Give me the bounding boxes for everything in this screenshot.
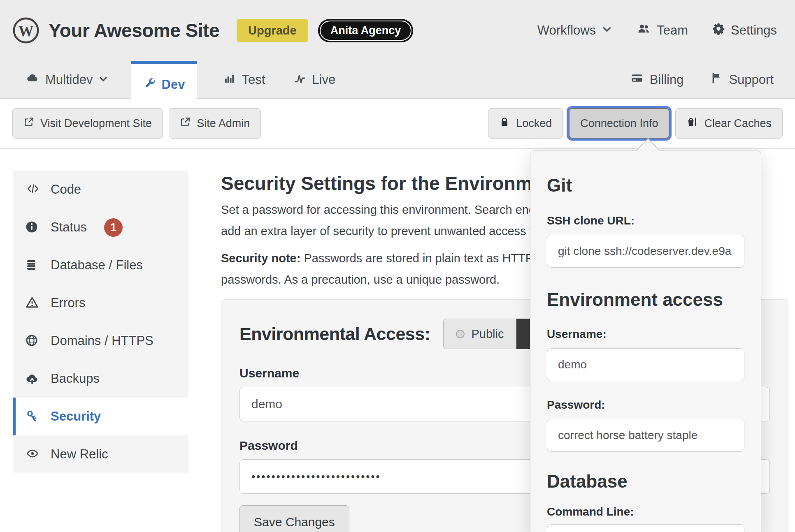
settings-link[interactable]: Settings	[712, 22, 777, 39]
database-icon	[25, 258, 39, 272]
billing-label: Billing	[650, 72, 684, 87]
environment-tab-bar: Multidev Dev Test Live	[0, 61, 795, 99]
clear-caches-button[interactable]: Clear Caches	[675, 108, 783, 139]
visit-development-site-button[interactable]: Visit Development Site	[12, 108, 163, 139]
sidebar-item-label: Security	[51, 409, 101, 424]
test-bars-icon	[223, 72, 236, 88]
clear-caches-label: Clear Caches	[704, 117, 772, 130]
sidebar-item-label: Database / Files	[51, 258, 143, 273]
eye-icon	[25, 447, 39, 461]
environmental-access-heading: Environmental Access:	[239, 324, 430, 344]
ssh-clone-url-field[interactable]	[547, 235, 744, 268]
gear-icon	[712, 22, 725, 39]
wrench-icon	[144, 77, 156, 93]
status-count-badge: 1	[104, 218, 123, 237]
sidebar-item-status[interactable]: Status 1	[13, 208, 188, 246]
connection-info-popover: Git SSH clone URL: Environment access Us…	[530, 150, 761, 532]
security-note-bold: Security note:	[221, 252, 300, 265]
workflows-label: Workflows	[537, 23, 596, 38]
site-title: Your Awesome Site	[49, 19, 219, 42]
org-badge[interactable]: Anita Agency	[318, 19, 414, 42]
access-toggle-public[interactable]: Public	[443, 319, 516, 349]
popover-username-label: Username:	[547, 328, 744, 341]
sidebar-item-label: Status	[51, 220, 87, 235]
workflows-menu[interactable]: Workflows	[537, 23, 612, 38]
clear-caches-icon	[686, 116, 698, 131]
environment-access-heading: Environment access	[547, 289, 744, 310]
key-icon	[25, 409, 39, 423]
lock-icon	[499, 117, 510, 130]
team-icon	[636, 22, 651, 39]
connection-info-button[interactable]: Connection Info	[569, 108, 669, 139]
popover-password-label: Password:	[547, 398, 744, 412]
tab-test[interactable]: Test	[223, 72, 265, 88]
external-link-icon	[180, 117, 191, 130]
tab-test-label: Test	[242, 72, 265, 87]
sidebar-item-label: Errors	[51, 296, 85, 310]
sidebar-item-label: New Relic	[51, 447, 108, 462]
settings-label: Settings	[731, 23, 777, 38]
access-toggle-public-label: Public	[471, 327, 504, 341]
support-link[interactable]: Support	[711, 72, 774, 88]
globe-icon	[25, 334, 39, 348]
site-admin-label: Site Admin	[197, 117, 250, 130]
command-line-label: Command Line:	[547, 505, 744, 518]
tab-dev[interactable]: Dev	[131, 61, 197, 106]
billing-link[interactable]: Billing	[630, 72, 684, 88]
sidebar-item-database-files[interactable]: Database / Files	[13, 246, 188, 284]
support-flag-icon	[711, 72, 723, 88]
site-header: W Your Awesome Site Upgrade Anita Agency…	[0, 0, 795, 61]
save-changes-button[interactable]: Save Changes	[239, 505, 349, 532]
sidebar-item-errors[interactable]: Errors	[13, 284, 188, 322]
support-label: Support	[729, 72, 774, 87]
external-link-icon	[23, 117, 34, 130]
site-admin-button[interactable]: Site Admin	[169, 108, 261, 139]
popover-username-field[interactable]	[547, 348, 744, 381]
info-icon	[25, 220, 39, 234]
locked-button[interactable]: Locked	[488, 108, 563, 139]
sidebar-item-backups[interactable]: Backups	[13, 360, 188, 398]
command-line-field[interactable]	[547, 524, 744, 532]
environment-sidebar: Code Status 1 Database / Files	[13, 171, 188, 473]
backup-cloud-icon	[25, 372, 39, 386]
billing-card-icon	[630, 72, 644, 88]
code-icon	[25, 183, 39, 197]
locked-label: Locked	[516, 117, 552, 130]
sidebar-item-code[interactable]: Code	[13, 171, 188, 208]
sidebar-item-label: Domains / HTTPS	[51, 333, 153, 348]
chevron-down-icon	[98, 72, 108, 87]
ssh-clone-url-label: SSH clone URL:	[547, 214, 744, 227]
visit-development-site-label: Visit Development Site	[40, 117, 152, 130]
cloud-icon	[26, 72, 40, 88]
multidev-label: Multidev	[45, 72, 93, 87]
sidebar-item-domains-https[interactable]: Domains / HTTPS	[13, 322, 188, 360]
live-pulse-icon	[294, 72, 306, 88]
upgrade-badge[interactable]: Upgrade	[237, 19, 308, 42]
team-label: Team	[657, 23, 688, 38]
connection-info-label: Connection Info	[580, 117, 658, 130]
git-section-heading: Git	[547, 175, 744, 196]
popover-password-field[interactable]	[547, 419, 744, 452]
sidebar-item-label: Code	[51, 182, 81, 197]
sidebar-item-new-relic[interactable]: New Relic	[13, 435, 188, 473]
wordpress-logo: W	[12, 17, 40, 44]
multidev-menu[interactable]: Multidev	[26, 72, 108, 88]
tab-dev-label: Dev	[162, 77, 185, 92]
warning-icon	[25, 296, 39, 310]
sidebar-item-security[interactable]: Security	[13, 398, 188, 435]
environment-action-bar: Visit Development Site Site Admin Locked…	[0, 99, 795, 149]
tab-live-label: Live	[312, 72, 335, 87]
database-section-heading: Database	[547, 471, 744, 492]
sidebar-item-label: Backups	[51, 371, 100, 386]
radio-icon	[456, 330, 465, 338]
tab-live[interactable]: Live	[294, 72, 335, 88]
svg-text:W: W	[18, 23, 33, 39]
team-link[interactable]: Team	[636, 22, 688, 39]
chevron-down-icon	[602, 23, 612, 38]
